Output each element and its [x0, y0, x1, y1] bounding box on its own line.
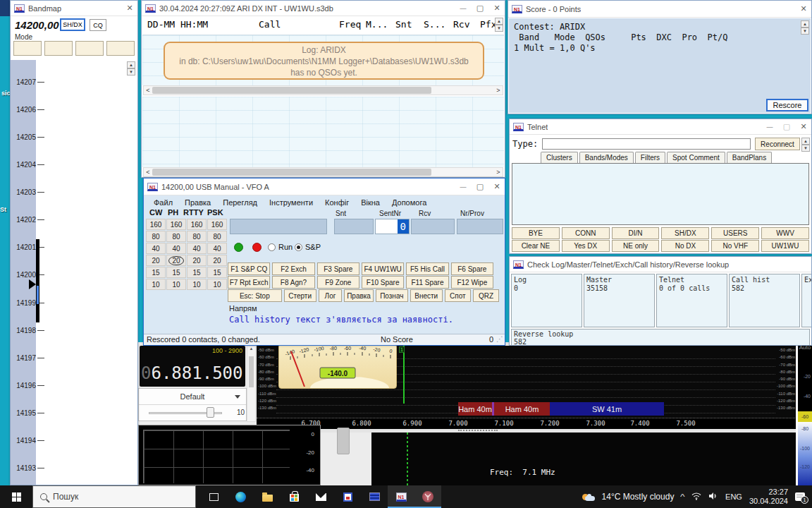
maximize-icon[interactable] [476, 182, 484, 191]
bandmap-zoom-spinner[interactable]: ▲▼ [127, 61, 135, 75]
f8-button[interactable]: F8 Agn? [272, 276, 314, 289]
taskbar-search[interactable]: Пошук [32, 485, 196, 508]
no-vhf-button[interactable]: No VHF [711, 240, 759, 252]
band-cell[interactable]: 10 [146, 279, 166, 290]
tab-bands-modes[interactable]: Bands/Modes [579, 152, 634, 164]
band-bar-ham40m[interactable]: Ham 40m [494, 402, 550, 416]
column-header[interactable]: Snt [395, 19, 412, 30]
band-cell[interactable]: 20 [146, 255, 166, 266]
qrz-button[interactable]: QRZ [473, 289, 499, 302]
f11-button[interactable]: F11 Spare [406, 276, 448, 289]
clock[interactable]: 23:27 30.04.2024 [749, 488, 788, 506]
tuning-cursor[interactable] [403, 346, 405, 404]
band-cell[interactable]: 40 [146, 243, 166, 254]
horizontal-scrollbar[interactable]: <> [143, 85, 503, 95]
nrprov-input[interactable] [457, 219, 503, 234]
column-header[interactable]: Rcv [453, 19, 469, 30]
column-header[interactable]: Pfx [480, 19, 496, 30]
band-cell[interactable]: 40 [207, 243, 227, 254]
column-header[interactable]: DD-MM HH:MM [147, 19, 208, 30]
band-bar-ham40m[interactable]: Ham 40m [458, 402, 492, 416]
ne-only-button[interactable]: NE only [612, 240, 660, 252]
rcv-input[interactable] [411, 219, 455, 234]
edge-button[interactable] [227, 485, 254, 508]
f5-button[interactable]: F5 His Call [406, 262, 448, 275]
task-view-button[interactable] [200, 485, 227, 508]
shdx-button[interactable]: SH/DX [60, 18, 85, 31]
f1-button[interactable]: F1 S&P CQ [228, 262, 270, 275]
f6-button[interactable]: F6 Spare [451, 262, 493, 275]
tab-filters[interactable]: Filters [635, 152, 665, 164]
chevron-up-icon[interactable]: ^ [680, 493, 685, 501]
reconnect-button[interactable]: Reconnect [755, 138, 800, 150]
sdr-scrollbar[interactable]: ▲ [247, 346, 256, 422]
mode-box[interactable] [75, 41, 104, 56]
mycall-button[interactable]: UW1WU [761, 240, 809, 252]
language-indicator[interactable]: ENG [725, 492, 742, 501]
band-cell[interactable]: 80 [166, 231, 186, 242]
minimize-icon[interactable] [765, 122, 774, 131]
menu-file[interactable]: Файл [154, 198, 173, 207]
scrollbar-thumb[interactable] [337, 428, 350, 454]
column-header[interactable]: Freq [339, 19, 361, 30]
menu-tools[interactable]: Інструменти [269, 198, 313, 207]
mode-box[interactable] [44, 41, 73, 56]
band-cell[interactable]: 80 [187, 231, 207, 242]
din-button[interactable]: DI/N [612, 227, 660, 239]
mode-box[interactable] [106, 41, 135, 56]
users-button[interactable]: USERS [711, 227, 759, 239]
mark-button[interactable]: Познач [376, 289, 408, 302]
weather-icon[interactable] [582, 492, 595, 501]
f9-button[interactable]: F9 Zone [317, 276, 359, 289]
sp-radio[interactable] [295, 243, 302, 251]
f3-button[interactable]: F3 Spare [317, 262, 359, 275]
speaker-icon[interactable] [708, 490, 718, 503]
close-icon[interactable] [799, 122, 808, 131]
notification-icon[interactable]: 1 [795, 492, 805, 501]
no-dx-button[interactable]: No DX [661, 240, 709, 252]
telnet-titlebar[interactable]: N1 Telnet [510, 119, 811, 135]
cq-button[interactable]: CQ [90, 19, 106, 31]
tab-clusters[interactable]: Clusters [541, 152, 578, 164]
wipe-button[interactable]: Стерти [284, 289, 316, 302]
band-cell[interactable]: 15 [207, 267, 227, 278]
band-cell[interactable]: 10 [166, 279, 186, 290]
clear-ne-button[interactable]: Clear NE [512, 240, 560, 252]
sentnr-input[interactable]: 0 [375, 219, 410, 234]
conn-button[interactable]: CONN [562, 227, 610, 239]
wifi-icon[interactable] [691, 490, 701, 503]
store-button[interactable] [281, 485, 307, 508]
resize-grip-icon[interactable] [496, 335, 503, 343]
band-cell[interactable]: 80 [146, 231, 166, 242]
entry-titlebar[interactable]: N1 14200,00 USB Manual - VFO A [144, 179, 505, 195]
band-cell[interactable]: 40 [187, 243, 207, 254]
esc-stop-button[interactable]: Esc: Stop [228, 289, 282, 302]
telnet-spinner[interactable]: ▲▼ [801, 138, 810, 152]
log-spinner[interactable]: ▲▼ [495, 18, 503, 32]
tab-spot-comment[interactable]: Spot Comment [667, 152, 725, 164]
close-icon[interactable] [493, 4, 501, 13]
column-header[interactable]: M... [366, 19, 388, 30]
waterfall-display[interactable]: Freq: 7.1 MHz [371, 433, 796, 485]
sdr-frequency-display[interactable]: 06.881.500 [141, 363, 243, 383]
check-titlebar[interactable]: N1 Check Log/Master/Telnet/Exch/Call his… [510, 257, 811, 272]
scrollbar-thumb[interactable] [249, 356, 254, 387]
maximize-icon[interactable] [476, 4, 484, 13]
band-cell[interactable]: 15 [146, 267, 166, 278]
band-cell[interactable]: 160 [166, 219, 186, 230]
logger-save-button[interactable] [334, 485, 361, 508]
n1mm-taskbar-button[interactable]: N1 [388, 485, 414, 508]
rescore-button[interactable]: Rescore [766, 99, 808, 111]
telnet-output-area[interactable] [512, 163, 809, 225]
band-cell[interactable]: 80 [207, 231, 227, 242]
close-icon[interactable] [799, 4, 808, 13]
band-cell[interactable]: 10 [207, 279, 227, 290]
band-cell-selected[interactable]: 20 [166, 255, 186, 266]
menu-windows[interactable]: Вікна [361, 198, 380, 207]
yes-dx-button[interactable]: Yes DX [562, 240, 610, 252]
band-cell[interactable]: 40 [166, 243, 186, 254]
log-button[interactable]: Лог [319, 289, 343, 302]
chevron-up-icon[interactable]: ▲ [247, 346, 255, 353]
waterfall-level-scale[interactable]: Auto -20 -40 -60 -80 -100 -120 [798, 344, 812, 485]
telnet-command-input[interactable] [542, 138, 751, 150]
